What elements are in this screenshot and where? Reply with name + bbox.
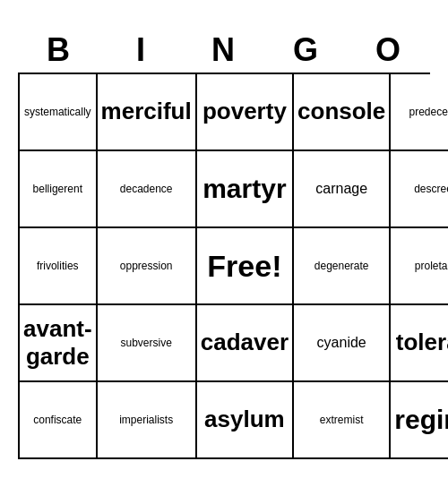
cell-r1-c2: martyr [197,151,294,228]
bingo-card: BINGO systematicallymercifulpovertyconso… [18,28,430,459]
cell-r4-c1: imperialists [98,382,197,459]
cell-r4-c0: confiscate [20,382,98,459]
cell-r0-c4: predecessor [391,74,448,151]
cell-r3-c1: subversive [98,305,197,382]
cell-r0-c1: merciful [98,74,197,151]
header-letter: B [18,28,100,73]
header-letter: O [348,28,430,73]
cell-r3-c3: cyanide [294,305,391,382]
cell-r4-c2: asylum [197,382,294,459]
cell-r1-c4: descreetly [391,151,448,228]
header-letter: I [100,28,183,73]
header-letter: G [265,28,348,73]
cell-r1-c3: carnage [294,151,391,228]
cell-r0-c3: console [294,74,391,151]
header-letter: N [183,28,265,73]
cell-r2-c2: Free! [197,228,294,305]
cell-r3-c4: tolerant [391,305,448,382]
cell-r0-c0: systematically [20,74,98,151]
cell-r4-c4: regime [391,382,448,459]
cell-r3-c0: avant- garde [20,305,98,382]
bingo-grid: systematicallymercifulpovertyconsolepred… [18,73,430,459]
cell-r2-c0: frivolities [20,228,98,305]
cell-r2-c1: oppression [98,228,197,305]
cell-r4-c3: extremist [294,382,391,459]
cell-r0-c2: poverty [197,74,294,151]
cell-r3-c2: cadaver [197,305,294,382]
cell-r1-c0: belligerent [20,151,98,228]
cell-r1-c1: decadence [98,151,197,228]
cell-r2-c3: degenerate [294,228,391,305]
bingo-header: BINGO [18,28,430,73]
cell-r2-c4: proletariat [391,228,448,305]
